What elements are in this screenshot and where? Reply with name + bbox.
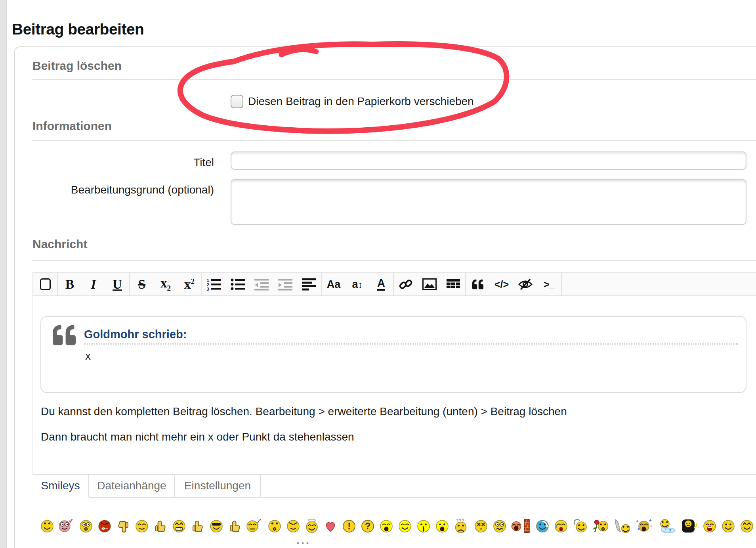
bearbeitungsgrund-textarea[interactable] (231, 179, 746, 225)
terminal-button[interactable]: >_ (537, 273, 561, 295)
svg-text:+: + (636, 519, 638, 523)
section-title-nachricht: Nachricht (32, 238, 87, 251)
toolbar-group (394, 273, 466, 295)
toolbar-group: 123 (202, 273, 322, 295)
editor-toolbar: BIUSx2x2123Aaa↕A</>>_ (32, 272, 756, 296)
font-color-button[interactable]: A (369, 273, 393, 295)
smiley-crying[interactable] (554, 519, 568, 535)
indent-button[interactable] (273, 273, 297, 295)
section-title-informationen: Informationen (32, 119, 112, 133)
svg-text:♥: ♥ (71, 519, 73, 522)
spoiler-button[interactable] (514, 273, 537, 295)
smiley-spinning[interactable] (535, 519, 550, 535)
smiley-rolleyes[interactable] (40, 519, 54, 535)
quote-content: x (85, 350, 91, 362)
smiley-fishing-hook[interactable] (573, 519, 588, 535)
editor-paragraph: Dann braucht man nicht mehr ein x oder P… (41, 431, 354, 443)
smiley-ninja-thumbs-up[interactable] (681, 519, 698, 535)
strikethrough-button[interactable]: S (130, 273, 154, 295)
smiley-thumbs-up[interactable] (153, 519, 168, 535)
unordered-list-button[interactable] (226, 273, 250, 295)
smiley-confused-qqq[interactable]: ??? (454, 519, 470, 535)
tab-dateianhänge[interactable]: Dateianhänge (89, 475, 175, 498)
link-button[interactable] (394, 273, 418, 295)
page-left-gutter (0, 0, 7, 548)
font-family-button[interactable]: Aa (322, 273, 346, 295)
bold-button[interactable]: B (58, 273, 82, 295)
outdent-button[interactable] (250, 273, 273, 295)
quote-author[interactable]: Goldmohr schrieb: (84, 328, 187, 341)
smiley-evil-grin[interactable] (286, 519, 300, 535)
smiley-angel-halo[interactable] (305, 519, 319, 535)
smiley-thumbs-up-2[interactable] (191, 519, 205, 535)
italic-button[interactable]: I (82, 273, 105, 295)
smiley-whistle[interactable] (267, 519, 282, 535)
smiley-worried-glasses[interactable] (493, 519, 507, 535)
toolbar-group: </>>_ (466, 273, 562, 295)
table-button[interactable] (441, 273, 465, 295)
editor-paragraph: Du kannst den kompletten Beitrag löschen… (41, 405, 567, 418)
image-button[interactable] (418, 273, 441, 295)
smiley-heart[interactable] (323, 519, 338, 535)
svg-text:Z: Z (259, 519, 261, 522)
smiley-biggrin[interactable] (172, 519, 186, 535)
font-size-button[interactable]: a↕ (346, 273, 369, 295)
svg-text:1: 1 (207, 278, 209, 283)
smiley-question[interactable]: ? (361, 519, 375, 535)
smiley-shut-up[interactable] (416, 519, 431, 535)
svg-text:+: + (637, 527, 640, 531)
smiley-cloud-seven[interactable]: 7 (657, 519, 676, 535)
quote-divider (84, 343, 738, 345)
svg-text:+: + (649, 519, 651, 523)
smiley-roflmao[interactable] (703, 519, 717, 535)
smiley-love-hearts[interactable]: ♥♥ (59, 519, 74, 535)
titel-label: Titel (40, 156, 214, 169)
smiley-yawn[interactable] (379, 519, 393, 535)
tab-einstellungen[interactable]: Einstellungen (175, 475, 261, 498)
smiley-exclamation[interactable]: ! (342, 519, 356, 535)
smiley-thumbs-up-3[interactable] (228, 519, 242, 535)
tab-smileys[interactable]: Smileys (32, 475, 89, 498)
smiley-bang-head-wall[interactable] (511, 519, 531, 535)
underline-button[interactable]: U (105, 273, 129, 295)
subscript-button[interactable]: x2 (154, 273, 178, 295)
hand-drawn-red-circle-annotation (162, 40, 515, 137)
ordered-list-button[interactable]: 123 (202, 273, 226, 295)
source-view-button[interactable] (33, 273, 57, 295)
more-smileys-indicator: ••• (297, 539, 311, 547)
svg-text:???: ??? (456, 519, 464, 523)
smiley-happy[interactable] (398, 519, 412, 535)
smiley-thumbs-down[interactable] (116, 519, 130, 535)
toolbar-group: Sx2x2 (130, 273, 202, 295)
smiley-laugh-sparkle[interactable]: ++++ (636, 519, 653, 535)
smiley-smile[interactable] (721, 519, 735, 535)
smiley-rose-giving[interactable] (593, 519, 609, 535)
divider (32, 79, 756, 80)
svg-text:3: 3 (207, 287, 209, 291)
smiley-sleep-zzz[interactable]: zZ (246, 519, 263, 535)
svg-text:2: 2 (207, 283, 209, 287)
svg-text:!: ! (347, 521, 351, 531)
trash-checkbox[interactable] (231, 95, 243, 108)
smiley-quill-writer[interactable] (613, 519, 631, 535)
titel-input[interactable] (231, 151, 746, 170)
smiley-cool-sunglasses[interactable] (209, 519, 223, 535)
quote-button[interactable] (466, 273, 490, 295)
superscript-button[interactable]: x2 (178, 273, 201, 295)
smiley-smirk[interactable] (135, 519, 149, 535)
toolbar-group (33, 273, 58, 295)
trash-checkbox-label[interactable]: Diesen Beitrag in den Papierkorb verschi… (248, 95, 474, 108)
smiley-shocked[interactable] (435, 519, 449, 535)
svg-text:7: 7 (669, 528, 671, 533)
toolbar-empty-space (562, 273, 756, 295)
smiley-cursing[interactable] (97, 519, 112, 535)
toolbar-group: Aaa↕A (322, 273, 394, 295)
smiley-picker-row: ♥♥zZ!????++++7 (40, 519, 753, 535)
alignment-button[interactable] (297, 273, 321, 295)
smiley-dizzy[interactable] (474, 519, 488, 535)
smiley-content[interactable] (740, 519, 754, 535)
toolbar-group: BIU (58, 273, 130, 295)
code-button[interactable]: </> (490, 273, 514, 295)
svg-text:?: ? (365, 521, 370, 531)
smiley-eek-glasses[interactable] (79, 519, 93, 535)
